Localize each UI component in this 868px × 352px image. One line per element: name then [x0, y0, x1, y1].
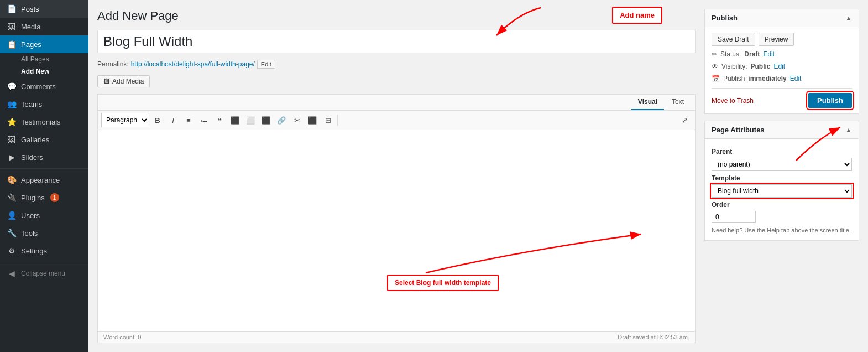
tools-icon: 🔧 [7, 229, 17, 237]
sidebar-item-settings[interactable]: ⚙ Settings [0, 242, 88, 260]
editor-footer: Word count: 0 Draft saved at 8:32:53 am. [98, 331, 695, 343]
collapse-icon: ◀ [7, 269, 17, 278]
permalink-url[interactable]: http://localhost/delight-spa/full-width-… [131, 60, 255, 68]
template-label: Template [712, 174, 852, 182]
add-media-icon: 🖼 [103, 77, 110, 85]
media-icon: 🖼 [7, 22, 17, 31]
blockquote-button[interactable]: ❝ [212, 113, 227, 127]
editor-tabs: Visual Text [98, 95, 695, 111]
publish-box-body: Save Draft Preview ✏ Status: Draft Edit … [705, 27, 859, 113]
visibility-eye-icon: 👁 [712, 63, 718, 70]
toolbar-separator [337, 115, 338, 126]
sidebar: 📄 Posts 🖼 Media 📋 Pages All Pages Add Ne… [0, 0, 88, 352]
ol-button[interactable]: ≔ [197, 113, 211, 127]
appearance-icon: 🎨 [7, 175, 17, 184]
template-select[interactable]: Blog full width Default Template Full Wi… [712, 184, 852, 198]
sidebar-item-testimonials[interactable]: ⭐ Testimonials [0, 113, 88, 131]
preview-button[interactable]: Preview [759, 33, 794, 46]
editor-panel: Add New Page Add name Permal [97, 9, 696, 343]
sidebar-item-appearance[interactable]: 🎨 Appearance [0, 171, 88, 189]
page-title-heading: Add New Page [97, 9, 696, 23]
galleries-icon: 🖼 [7, 135, 17, 144]
permalink-label: Permalink: [97, 60, 129, 68]
editor-body[interactable] [98, 130, 695, 331]
parent-select[interactable]: (no parent) [712, 158, 852, 171]
sidebar-item-users[interactable]: 👤 Users [0, 206, 88, 224]
word-count: Word count: 0 [103, 334, 141, 340]
settings-icon: ⚙ [7, 246, 17, 255]
editor-toolbar: Paragraph B I ≡ ≔ ❝ ⬛ ⬜ ⬛ 🔗 ✂ ⬛ ⊞ ⤢ [98, 111, 695, 130]
order-label: Order [712, 201, 852, 209]
media-toolbar: 🖼 Add Media [97, 73, 696, 90]
collapse-menu[interactable]: ◀ Collapse menu [0, 265, 88, 282]
insert-button[interactable]: ⬛ [305, 113, 320, 127]
content-area: Add New Page Add name Permal [88, 0, 868, 352]
main-wrapper: Add New Page Add name Permal [88, 0, 868, 352]
italic-button[interactable]: I [166, 113, 180, 127]
save-draft-button[interactable]: Save Draft [712, 33, 755, 46]
sidebar-sub-all-pages[interactable]: All Pages [0, 53, 88, 65]
plugins-badge: 1 [50, 193, 59, 202]
sidebar-item-sliders[interactable]: ▶ Sliders [0, 148, 88, 166]
page-attributes-header[interactable]: Page Attributes ▲ [705, 121, 859, 139]
sidebar-item-comments[interactable]: 💬 Comments [0, 77, 88, 95]
visibility-row: 👁 Visibility: Public Edit [712, 63, 852, 70]
publish-box-header[interactable]: Publish ▲ [705, 9, 859, 27]
permalink-edit-button[interactable]: Edit [257, 60, 275, 69]
plugins-icon: 🔌 [7, 193, 17, 202]
ul-button[interactable]: ≡ [181, 113, 196, 127]
status-row: ✏ Status: Draft Edit [712, 50, 852, 58]
paragraph-select[interactable]: Paragraph [101, 113, 149, 127]
tab-text[interactable]: Text [665, 95, 691, 110]
users-icon: 👤 [7, 211, 17, 220]
publish-time-row: 📅 Publish immediately Edit [712, 75, 852, 82]
parent-label: Parent [712, 148, 852, 156]
align-right-button[interactable]: ⬛ [259, 113, 273, 127]
publish-box: Publish ▲ Save Draft Preview ✏ Status: D… [704, 9, 859, 114]
draft-preview-row: Save Draft Preview [712, 33, 852, 46]
visibility-edit-link[interactable]: Edit [773, 63, 785, 70]
status-edit-link[interactable]: Edit [763, 50, 775, 58]
order-input[interactable] [712, 211, 756, 223]
testimonials-icon: ⭐ [7, 117, 17, 126]
sidebar-item-galleries[interactable]: 🖼 Gallaries [0, 131, 88, 148]
teams-icon: 👥 [7, 100, 17, 108]
align-left-button[interactable]: ⬛ [228, 113, 242, 127]
page-attributes-box: Page Attributes ▲ Parent (no parent) Tem… [704, 121, 859, 241]
fullscreen-button[interactable]: ⤢ [677, 113, 692, 127]
sidebar-item-media[interactable]: 🖼 Media [0, 18, 88, 35]
status-pencil-icon: ✏ [712, 50, 717, 58]
sidebar-item-posts[interactable]: 📄 Posts [0, 0, 88, 18]
comments-icon: 💬 [7, 82, 17, 91]
right-sidebar: Publish ▲ Save Draft Preview ✏ Status: D… [704, 9, 859, 343]
bold-button[interactable]: B [150, 113, 165, 127]
sidebar-item-tools[interactable]: 🔧 Tools [0, 224, 88, 242]
page-attributes-toggle-icon: ▲ [845, 126, 852, 134]
link-button[interactable]: 🔗 [274, 113, 289, 127]
draft-saved: Draft saved at 8:32:53 am. [618, 334, 689, 340]
pages-icon: 📋 [7, 40, 17, 49]
publish-toggle-icon: ▲ [845, 14, 852, 22]
calendar-icon: 📅 [712, 75, 720, 82]
help-text: Need help? Use the Help tab above the sc… [712, 226, 852, 235]
publish-buttons-row: Move to Trash Publish [712, 88, 852, 108]
page-attributes-body: Parent (no parent) Template Blog full wi… [705, 139, 859, 240]
sidebar-item-plugins[interactable]: 🔌 Plugins 1 [0, 189, 88, 206]
posts-icon: 📄 [7, 4, 17, 13]
unlink-button[interactable]: ✂ [290, 113, 304, 127]
sidebar-sub-add-new[interactable]: Add New [0, 65, 88, 77]
page-title-input[interactable] [97, 30, 696, 53]
sliders-icon: ▶ [7, 153, 17, 162]
tab-visual[interactable]: Visual [631, 95, 664, 110]
table-button[interactable]: ⊞ [321, 113, 335, 127]
publish-button[interactable]: Publish [808, 93, 852, 108]
sidebar-item-pages[interactable]: 📋 Pages [0, 35, 88, 53]
title-row: Add name [97, 30, 696, 53]
editor-outer: Visual Text Paragraph B I ≡ ≔ ❝ ⬛ ⬜ ⬛ 🔗 [97, 94, 696, 343]
move-to-trash-link[interactable]: Move to Trash [712, 97, 754, 105]
sidebar-item-teams[interactable]: 👥 Teams [0, 95, 88, 113]
publish-time-edit-link[interactable]: Edit [790, 75, 802, 82]
align-center-button[interactable]: ⬜ [243, 113, 258, 127]
add-media-button[interactable]: 🖼 Add Media [97, 75, 150, 87]
permalink-row: Permalink: http://localhost/delight-spa/… [97, 60, 696, 69]
